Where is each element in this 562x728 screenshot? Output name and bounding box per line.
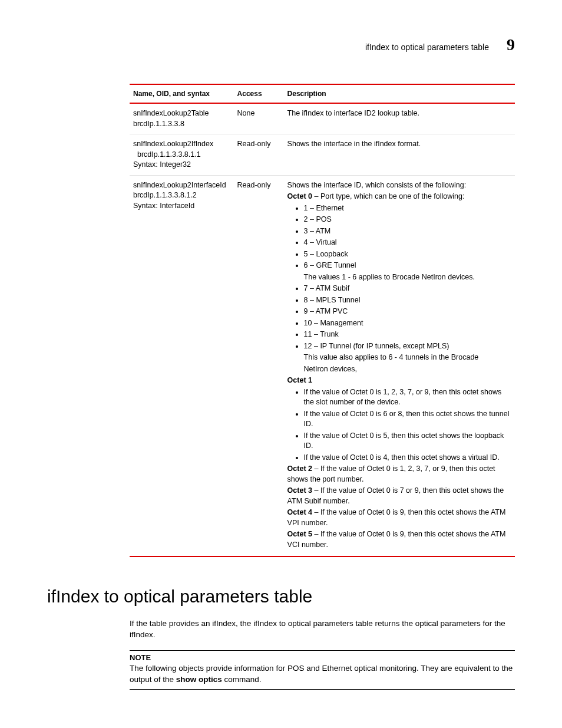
octet3-label: Octet 3 [287,486,312,495]
note-body-post: command. [222,675,262,684]
octet2-tail: – If the value of Octet 0 is 1, 2, 3, 7,… [287,465,495,483]
octet2-line: Octet 2 – If the value of Octet 0 is 1, … [287,464,511,485]
octet0-note2a: This value also applies to 6 - 4 tunnels… [304,353,511,363]
octet4-tail: – If the value of Octet 0 is 9, then thi… [287,508,506,527]
list-item: 7 – ATM Subif [304,284,511,294]
chapter-number: 9 [507,35,515,54]
list-item: 11 – Trunk [304,330,511,340]
oid-name: snIfIndexLookup2InterfaceId [133,180,230,191]
col-header-access: Access [234,84,284,103]
cell-name: snIfIndexLookup2IfIndex brcdIp.1.1.3.3.8… [130,134,234,176]
octet3-tail: – If the value of Octet 0 is 7 or 9, the… [287,486,504,505]
list-item: 4 – Virtual [304,238,511,248]
cell-name: snIfIndexLookup2InterfaceId brcdIp.1.1.3… [130,175,234,556]
note-body: The following objects provide informatio… [130,663,515,686]
oid-syntax: Syntax: InterfaceId [133,201,230,212]
oid-name: snIfIndexLookup2IfIndex [133,139,230,150]
octet5-label: Octet 5 [287,530,312,538]
oid-path: brcdIp.1.1.3.3.8.1.2 [133,190,230,201]
oid-name: snIfIndexLookup2Table [133,108,230,119]
oid-path: brcdIp.1.1.3.3.8 [133,119,230,130]
octet0-note1: The values 1 - 6 applies to Brocade NetI… [304,272,511,283]
cell-name: snIfIndexLookup2Table brcdIp.1.1.3.3.8 [130,103,234,134]
list-item: 2 – POS [304,215,511,225]
desc-intro: Shows the interface ID, which consists o… [287,180,511,191]
list-item: 3 – ATM [304,226,511,237]
oid-path: brcdIp.1.1.3.3.8.1.1 [133,150,230,160]
octet3-line: Octet 3 – If the value of Octet 0 is 7 o… [287,486,511,506]
list-item: If the value of Octet 0 is 1, 2, 3, 7, o… [304,387,511,408]
octet0-list1: 1 – Ethernet 2 – POS 3 – ATM 4 – Virtual… [287,203,511,271]
table-header-row: Name, OID, and syntax Access Description [130,84,515,103]
note-block: NOTE The following objects provide infor… [130,650,515,690]
mib-table-container: Name, OID, and syntax Access Description… [130,84,515,557]
list-item: 5 – Loopback [304,249,511,260]
list-item: 8 – MPLS Tunnel [304,295,511,306]
mib-table: Name, OID, and syntax Access Description… [130,84,515,557]
list-item: If the value of Octet 0 is 6 or 8, then … [304,409,511,430]
octet2-label: Octet 2 [287,465,312,473]
octet1-list: If the value of Octet 0 is 1, 2, 3, 7, o… [287,387,511,463]
octet4-line: Octet 4 – If the value of Octet 0 is 9, … [287,508,511,528]
note-title: NOTE [130,653,515,662]
octet0-line: Octet 0 – Port type, which can be one of… [287,192,511,202]
cell-desc: The ifIndex to interface ID2 lookup tabl… [284,103,515,134]
section-heading: ifIndex to optical parameters table [47,587,515,607]
page-header: ifIndex to optical parameters table 9 [47,35,515,54]
table-row: snIfIndexLookup2Table brcdIp.1.1.3.3.8 N… [130,103,515,134]
octet0-list2: 7 – ATM Subif 8 – MPLS Tunnel 9 – ATM PV… [287,284,511,351]
col-header-name: Name, OID, and syntax [130,84,234,103]
cell-access: Read-only [234,134,284,176]
octet0-note2b: NetIron devices, [304,364,511,375]
list-item: 6 – GRE Tunnel [304,261,511,271]
cell-access: None [234,103,284,134]
table-row: snIfIndexLookup2IfIndex brcdIp.1.1.3.3.8… [130,134,515,176]
list-item: 1 – Ethernet [304,203,511,214]
note-body-bold: show optics [176,675,222,684]
octet1-label-line: Octet 1 [287,375,511,386]
cell-desc: Shows the interface in the ifIndex forma… [284,134,515,176]
list-item: If the value of Octet 0 is 4, then this … [304,453,511,463]
octet0-label: Octet 0 [287,192,312,200]
octet5-tail: – If the value of Octet 0 is 9, then thi… [287,530,506,549]
oid-syntax: Syntax: Integer32 [133,160,230,170]
list-item: If the value of Octet 0 is 5, then this … [304,431,511,452]
octet1-label: Octet 1 [287,376,312,384]
header-title: ifIndex to optical parameters table [365,42,489,52]
list-item: 9 – ATM PVC [304,307,511,317]
table-row: snIfIndexLookup2InterfaceId brcdIp.1.1.3… [130,175,515,556]
list-item: 12 – IP Tunnel (for IP tunnels, except M… [304,341,511,352]
octet0-tail: – Port type, which can be one of the fol… [312,192,465,200]
cell-desc: Shows the interface ID, which consists o… [284,175,515,556]
section-paragraph: If the table provides an ifIndex, the if… [130,618,515,641]
list-item: 10 – Management [304,318,511,329]
octet5-line: Octet 5 – If the value of Octet 0 is 9, … [287,529,511,550]
octet4-label: Octet 4 [287,508,312,516]
cell-access: Read-only [234,175,284,556]
col-header-desc: Description [284,84,515,103]
